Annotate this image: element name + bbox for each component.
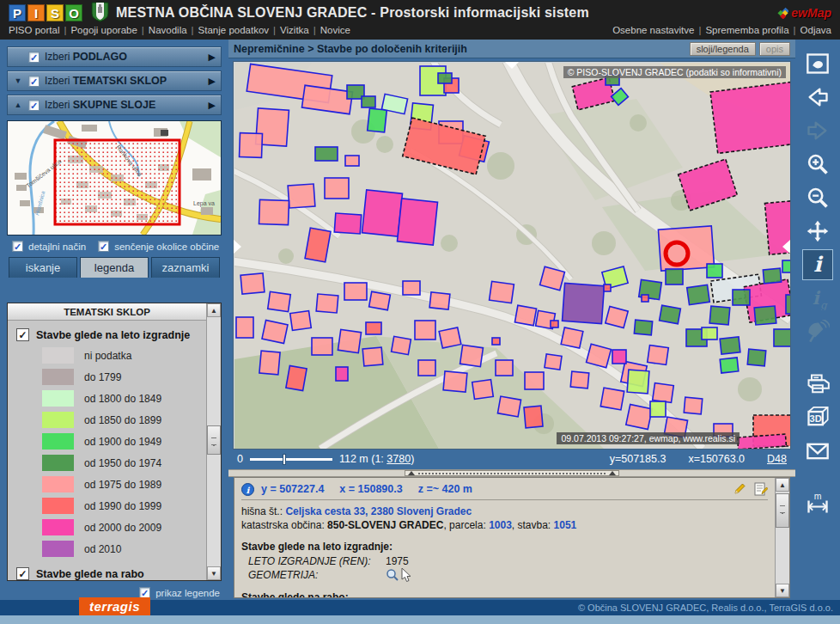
building-polygon[interactable] bbox=[443, 371, 467, 392]
building-polygon[interactable] bbox=[525, 372, 544, 389]
tab-zaznamki[interactable]: zaznamki bbox=[151, 257, 220, 278]
building-polygon[interactable] bbox=[684, 397, 702, 414]
building-polygon[interactable] bbox=[514, 305, 536, 326]
building-polygon[interactable] bbox=[418, 360, 435, 376]
chevron-right-icon[interactable]: ▶ bbox=[209, 76, 216, 87]
building-polygon[interactable] bbox=[702, 327, 717, 340]
building-polygon[interactable] bbox=[240, 133, 263, 158]
layer-use-checkbox[interactable]: ✓ bbox=[16, 567, 29, 580]
dropdown-podlago[interactable]: ✓ Izberi PODLAGO ▶ bbox=[7, 46, 222, 67]
tab-iskanje[interactable]: iskanje bbox=[9, 257, 77, 278]
building-polygon[interactable] bbox=[606, 306, 628, 327]
building-polygon[interactable] bbox=[366, 322, 381, 334]
building-polygon[interactable] bbox=[786, 295, 791, 314]
extent-rectangle[interactable] bbox=[55, 140, 180, 224]
building-polygon[interactable] bbox=[687, 284, 710, 304]
scrollbar-thumb[interactable] bbox=[207, 425, 221, 455]
tematski-checkbox[interactable]: ✓ bbox=[28, 76, 40, 87]
map-canvas[interactable] bbox=[234, 63, 791, 450]
building-polygon[interactable] bbox=[286, 365, 307, 390]
building-polygon[interactable] bbox=[312, 338, 332, 355]
building-polygon[interactable] bbox=[709, 306, 730, 325]
building-polygon[interactable] bbox=[496, 360, 513, 376]
layers-legend-button[interactable]: sloji/legenda bbox=[690, 42, 756, 56]
building-polygon[interactable] bbox=[551, 321, 558, 327]
building-polygon[interactable] bbox=[492, 338, 500, 345]
dropdown-tematski-sklop[interactable]: ▼ ✓ Izberi TEMATSKI SKLOP ▶ bbox=[7, 70, 222, 91]
building-polygon[interactable] bbox=[497, 396, 520, 417]
scale-slider-thumb[interactable] bbox=[283, 454, 286, 465]
panel-splitter[interactable] bbox=[228, 469, 795, 477]
building-polygon[interactable] bbox=[782, 260, 791, 272]
building-polygon[interactable] bbox=[720, 358, 739, 373]
building-polygon[interactable] bbox=[563, 283, 605, 323]
building-polygon[interactable] bbox=[362, 347, 383, 366]
building-polygon[interactable] bbox=[262, 321, 288, 344]
building-polygon[interactable] bbox=[653, 383, 674, 403]
building-polygon[interactable] bbox=[369, 291, 391, 310]
layer-stavbe-raba[interactable]: ✓ Stavbe glede na rabo bbox=[8, 560, 206, 581]
building-polygon[interactable] bbox=[738, 434, 787, 450]
building-polygon[interactable] bbox=[288, 184, 315, 208]
scale-slider[interactable] bbox=[250, 458, 332, 461]
back-tool[interactable] bbox=[802, 82, 833, 113]
podlago-checkbox[interactable]: ✓ bbox=[28, 52, 40, 63]
chevron-down-icon[interactable]: ▼ bbox=[13, 76, 23, 85]
skupni-checkbox[interactable]: ✓ bbox=[28, 100, 40, 111]
zoom-to-geometry-icon[interactable] bbox=[386, 568, 399, 582]
building-polygon[interactable] bbox=[648, 346, 669, 365]
building-polygon[interactable] bbox=[438, 73, 452, 83]
building-polygon[interactable] bbox=[338, 329, 361, 352]
chevron-right-icon[interactable]: ▶ bbox=[209, 100, 216, 111]
menu-item[interactable]: Odjava bbox=[800, 25, 831, 35]
building-polygon[interactable] bbox=[634, 320, 652, 335]
zoom-out-tool[interactable] bbox=[802, 182, 833, 213]
collapse-up-handle[interactable] bbox=[505, 62, 519, 69]
building-polygon[interactable] bbox=[490, 281, 514, 303]
prikaz-legende-option[interactable]: ✓ prikaz legende bbox=[139, 587, 220, 598]
option-detajlni-nacin[interactable]: ✓ detajlni način bbox=[12, 241, 86, 252]
address-link[interactable]: Celjska cesta 33, 2380 Slovenj Gradec bbox=[285, 505, 472, 517]
collapse-left-handle[interactable] bbox=[234, 240, 241, 254]
tab-legenda[interactable]: legenda bbox=[80, 257, 149, 278]
info-scrollbar[interactable]: ▲ ▼ bbox=[775, 478, 789, 597]
option-sencenje[interactable]: ✓ senčenje okolice občine bbox=[98, 241, 219, 252]
chevron-up-icon[interactable]: ▲ bbox=[13, 101, 23, 109]
scroll-up-icon[interactable]: ▲ bbox=[776, 478, 789, 492]
overview-map[interactable]: Tomšičeva ulica Ronkova ulica Lepa va Ho… bbox=[7, 120, 222, 236]
splitter-handle[interactable] bbox=[405, 470, 619, 476]
legend-scrollbar[interactable]: ▲ ▼ bbox=[206, 303, 221, 580]
menu-item[interactable]: Sprememba profila bbox=[705, 25, 788, 35]
collapse-right-handle[interactable] bbox=[782, 240, 790, 254]
building-polygon[interactable] bbox=[733, 290, 750, 305]
building-polygon[interactable] bbox=[415, 321, 435, 340]
building-polygon[interactable] bbox=[710, 83, 791, 154]
building-polygon[interactable] bbox=[720, 337, 740, 354]
dropdown-skupni-sloji[interactable]: ▲ ✓ Izberi SKUPNE SLOJE ▶ bbox=[7, 95, 222, 115]
building-polygon[interactable] bbox=[707, 264, 722, 278]
building-polygon[interactable] bbox=[344, 283, 367, 300]
building-polygon[interactable] bbox=[429, 292, 450, 309]
building-polygon[interactable] bbox=[316, 294, 338, 313]
building-polygon[interactable] bbox=[650, 401, 666, 417]
building-polygon[interactable] bbox=[612, 350, 626, 364]
pan-tool[interactable] bbox=[802, 216, 833, 247]
menu-item[interactable]: Osebne nastavitve bbox=[612, 25, 694, 35]
building-polygon[interactable] bbox=[368, 108, 387, 132]
building-polygon[interactable] bbox=[362, 96, 375, 107]
building-polygon[interactable] bbox=[268, 291, 291, 311]
edit-pencil-icon[interactable] bbox=[733, 482, 746, 496]
building-polygon[interactable] bbox=[587, 344, 612, 367]
parcel-link[interactable]: 1003 bbox=[489, 519, 512, 531]
building-polygon[interactable] bbox=[290, 311, 312, 331]
building-polygon[interactable] bbox=[660, 305, 681, 324]
building-polygon[interactable] bbox=[570, 371, 588, 388]
building-polygon[interactable] bbox=[626, 405, 652, 430]
building-polygon[interactable] bbox=[472, 380, 494, 400]
building-polygon[interactable] bbox=[362, 190, 403, 236]
building-polygon[interactable] bbox=[236, 317, 253, 338]
full-extent-tool[interactable] bbox=[802, 48, 833, 79]
scroll-up-icon[interactable]: ▲ bbox=[207, 303, 221, 317]
info-tool[interactable]: i bbox=[802, 249, 833, 280]
building-polygon[interactable] bbox=[439, 327, 461, 348]
